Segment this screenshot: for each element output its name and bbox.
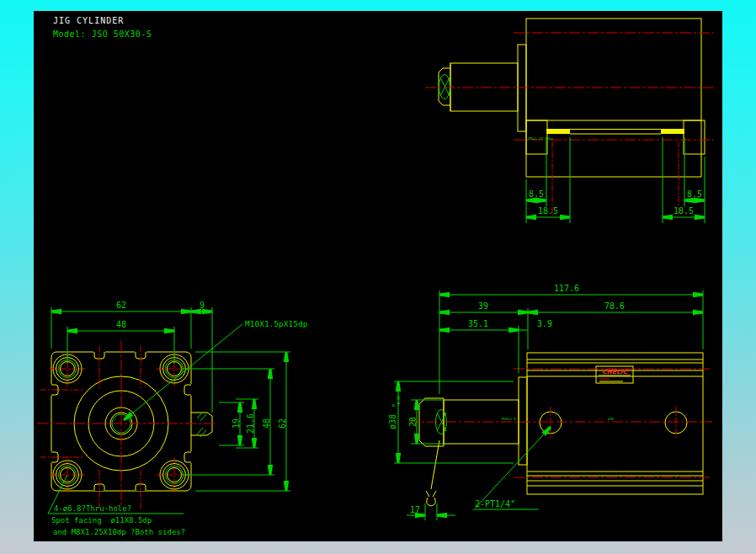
dim-foot-left: 8.5 [529,189,544,199]
dim-rod-dia: 20 [408,417,418,427]
dim-bolt-vertical: 48 [262,418,271,429]
frame: JIG CYLINDER Model: JSO 50X30-S [0,0,756,554]
dim-body-height: 62 [278,418,287,429]
dim-wrench-flats: 17 [410,505,420,514]
tiny-bore-note: ø50 [608,417,615,421]
note-line-2: Spot facing ø11X8.5dp [51,516,152,525]
side-body-outline [419,353,703,494]
dim-bolt-spacing: 48 [116,320,126,329]
plan-view-outline [439,19,705,177]
drawing-area: JIG CYLINDER Model: JSO 50X30-S [34,11,722,541]
dim-slot-left: 18.5 [538,206,558,216]
dim-boss-tol-upper: 0 [391,404,396,407]
dim-tab: 9 [200,301,205,310]
model-subtitle: Model: JSO 50X30-S [53,29,152,39]
dim-body-width: 62 [116,301,126,310]
dim-plate: 3.9 [537,319,552,328]
dim-rod-section: 39 [478,301,488,311]
side-view: 17 CHELIC [388,284,712,520]
note-line-3: and M8X1.25X10dp ?Both sides? [53,528,185,536]
dim-slot-right: 18.5 [673,206,694,216]
note-line-1: 4-ø6.8?Thru-hole? [54,504,131,513]
leader-ports-text: 2-PT1/4" [475,499,515,509]
dim-rod: 19 [232,418,241,429]
dim-total-length: 117.6 [554,284,579,293]
dim-rod-length: 35.1 [468,319,488,328]
tiny-thread-note: M10x1.5 [502,417,516,421]
page-title: JIG CYLINDER [53,16,124,25]
dim-boss-tol-lower: -0.05 [397,395,401,407]
wrench-flats-symbol: 17 [407,440,455,520]
front-view: 62 9 48 19 21.6 48 62 [37,301,308,536]
leader-thread-text: M10X1.5pX15dp [245,319,308,328]
plan-rod-end-mark [439,75,450,99]
cad-drawing: JIG CYLINDER Model: JSO 50X30-S [34,11,722,541]
plan-dimensions: 8.5 18.5 8.5 18.5 M8x1.25-10dp [526,136,705,223]
front-dimensions: 62 9 48 19 21.6 48 62 [48,301,308,536]
dim-foot-right: 8.5 [687,189,702,199]
side-centerlines [408,369,712,477]
dim-boss-dia: ø38 [388,414,397,429]
dim-mid: 21.6 [246,413,255,434]
dim-body-length: 78.6 [604,301,625,311]
plan-view: 8.5 18.5 8.5 18.5 M8x1.25-10dp [425,19,714,223]
slot-thread-note: M8x1.25-10dp [529,136,553,141]
front-break-marks [197,412,206,437]
